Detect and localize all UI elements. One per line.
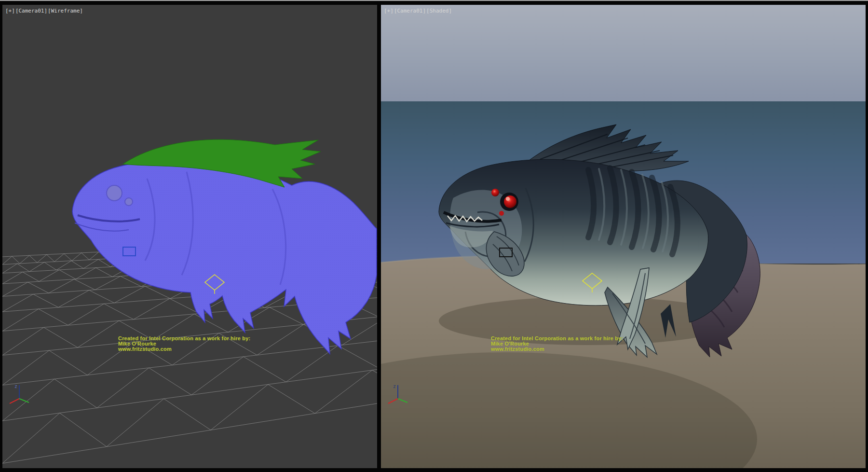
- axis-y-line: [19, 399, 29, 403]
- viewport-camera-button[interactable]: [Camera01]: [394, 8, 426, 14]
- selection-rect-outline: [123, 247, 136, 256]
- credit-watermark: Created for Intel Corporation as a work …: [118, 336, 250, 352]
- viewport-shading-button[interactable]: [Wireframe]: [48, 8, 83, 14]
- viewport-menu-button[interactable]: [+]: [384, 8, 393, 14]
- fish-eye-small: [491, 189, 499, 196]
- credit-line-3: www.fritzstudio.com: [491, 347, 623, 352]
- viewport-camera-button[interactable]: [Camera01]: [15, 8, 47, 14]
- fish-eye-spot-large: [107, 185, 122, 201]
- viewport-label: [+][Camera01][Shaded]: [384, 8, 452, 14]
- viewport-wireframe[interactable]: [+][Camera01][Wireframe]: [2, 5, 377, 468]
- fish-eye-tiny: [499, 211, 504, 216]
- selection-rect-gizmo[interactable]: [499, 247, 514, 259]
- viewport-shading-button[interactable]: [Shaded]: [426, 8, 452, 14]
- world-axis-tripod: z: [6, 381, 32, 407]
- selection-rect-gizmo[interactable]: [122, 246, 137, 258]
- transform-diamond-gizmo[interactable]: [581, 271, 604, 293]
- viewport-shaded[interactable]: [+][Camera01][Shaded]: [381, 5, 866, 468]
- fish-model-shaded[interactable]: [381, 5, 866, 468]
- world-axis-tripod: z: [385, 381, 411, 407]
- fish-model-wireframe[interactable]: [2, 5, 377, 468]
- viewport-menu-button[interactable]: [+]: [5, 8, 15, 14]
- fish-eye-spot-small: [125, 198, 133, 206]
- credit-watermark: Created for Intel Corporation as a work …: [491, 336, 623, 352]
- viewport-label: [+][Camera01][Wireframe]: [5, 8, 83, 14]
- dual-viewport-stage: [+][Camera01][Wireframe]: [0, 0, 868, 472]
- transform-diamond-gizmo[interactable]: [203, 273, 226, 295]
- diamond-outline: [583, 273, 602, 289]
- axis-z-label: z: [14, 384, 17, 389]
- fish-belly-spikes: [661, 304, 676, 338]
- fish-eye-large-highlight: [506, 197, 510, 201]
- axis-z-label: z: [393, 384, 396, 389]
- axis-x-line: [10, 399, 19, 403]
- axis-x-line: [388, 399, 398, 403]
- selection-rect-outline: [500, 248, 512, 257]
- fish-eye-large: [504, 195, 516, 208]
- credit-line-3: www.fritzstudio.com: [118, 347, 250, 352]
- axis-y-line: [398, 399, 407, 403]
- diamond-outline: [205, 275, 224, 290]
